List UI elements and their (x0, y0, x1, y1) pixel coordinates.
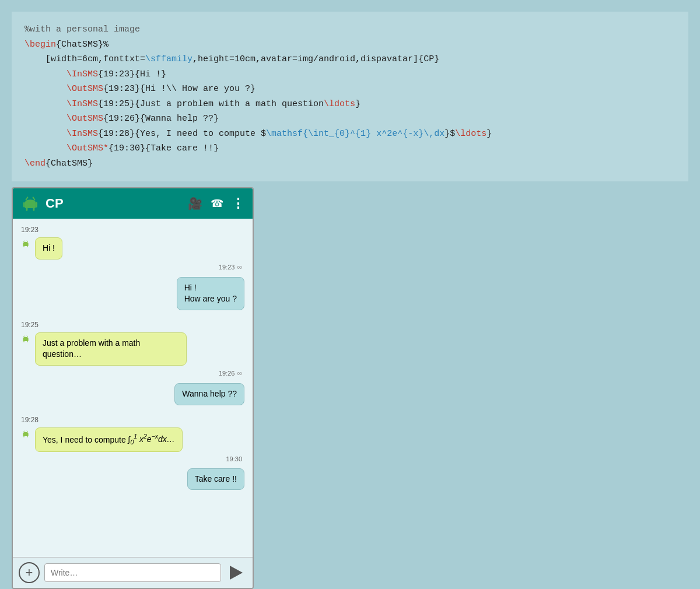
time-label-1923a: 19:23 (21, 226, 244, 234)
code-insms3-mathcmd: \mathsf{ (266, 129, 308, 139)
svg-line-3 (33, 197, 35, 199)
bubble-out-3: Take care !! (187, 468, 244, 490)
chat-header: CP 🎥 ☎ ⋮ (13, 188, 253, 219)
code-begin-cmd: \begin (24, 40, 56, 50)
code-outsms3-time: {19:30} (108, 143, 145, 153)
svg-line-11 (27, 336, 27, 337)
bubble-out-1: Hi !How are you ? (177, 277, 244, 310)
code-insms2-text-post: } (355, 99, 360, 109)
chat-header-icons: 🎥 ☎ ⋮ (188, 196, 244, 211)
chat-messages: 19:23 Hi ! 19:23 ∞ Hi !How are you ? (13, 219, 253, 557)
msg-row-outgoing-1: Hi !How are you ? (21, 277, 244, 310)
menu-icon[interactable]: ⋮ (232, 196, 244, 211)
msg-row-incoming-3: Yes, I need to compute ∫01 x2e−xdx… (21, 427, 244, 452)
code-outsms2-text: {Wanna help ??} (140, 114, 219, 124)
time-label-1925: 19:25 (21, 321, 244, 329)
code-insms2-ldots: \ldots (324, 99, 355, 109)
svg-line-7 (27, 241, 27, 242)
bubble-in-1: Hi ! (35, 237, 62, 260)
bubble-in-2: Just a problem with a math question… (35, 332, 187, 366)
chat-input-area: + (13, 557, 253, 588)
double-tick-outsms1: ∞ (237, 263, 242, 271)
avatar-3 (21, 427, 33, 439)
android-icon (21, 194, 40, 213)
code-sffamily: \sffamily (145, 54, 192, 64)
code-insms2-cmd: \InSMS (46, 99, 98, 109)
code-insms3-text-post: }$ (444, 129, 455, 139)
svg-line-2 (26, 197, 28, 199)
time-label-1928: 19:28 (21, 416, 244, 424)
send-button[interactable] (226, 562, 247, 583)
code-outsms1-cmd: \OutSMS (46, 84, 103, 94)
code-insms2-time: {19:25} (98, 99, 135, 109)
svg-line-15 (27, 431, 27, 432)
code-outsms3-text: {Take care !!} (145, 143, 219, 153)
double-tick-outsms2: ∞ (237, 369, 242, 377)
code-insms2-text-pre: {Just a problem with a math question (135, 99, 324, 109)
chat-container: CP 🎥 ☎ ⋮ 19:23 Hi ! 19:23 (12, 187, 254, 589)
code-end-arg: {ChatSMS} (46, 159, 93, 169)
code-outsms1-text: {Hi !\\ How are you ?} (140, 84, 256, 94)
code-insms3-math: \int_{0}^{1} x^2e^{-x}\,dx (308, 129, 444, 139)
msg-row-incoming-2: Just a problem with a math question… (21, 332, 244, 366)
chat-header-name: CP (46, 196, 182, 211)
code-comment: %with a personal image (24, 24, 140, 34)
bubble-out-2: Wanna help ?? (174, 383, 244, 405)
time-outsms1: 19:23 (219, 264, 235, 271)
msg-meta-outsms2: 19:26 ∞ (21, 369, 244, 377)
code-block: %with a personal image \begin{ChatSMS}% … (12, 12, 688, 181)
code-end-cmd: \end (24, 159, 46, 169)
video-call-icon[interactable]: 🎥 (188, 197, 202, 211)
code-outsms3-cmd: \OutSMS* (46, 143, 108, 153)
msg-row-outgoing-3: Take care !! (21, 468, 244, 490)
msg-meta-outsms3: 19:30 (21, 455, 244, 462)
send-icon (230, 566, 243, 580)
code-insms1-cmd: \InSMS (46, 69, 98, 79)
avatar-1 (21, 237, 33, 248)
code-outsms1-time: {19:23} (103, 84, 140, 94)
avatar-2 (21, 332, 33, 343)
math-formula: ∫01 x2e−xdx… (128, 434, 175, 444)
time-outsms3: 19:30 (226, 455, 242, 462)
phone-icon[interactable]: ☎ (211, 197, 223, 210)
add-button[interactable]: + (19, 562, 40, 583)
svg-line-10 (24, 336, 24, 337)
msg-meta-outsms1: 19:23 ∞ (21, 263, 244, 271)
code-insms3-ldots: \ldots (455, 129, 487, 139)
svg-line-6 (24, 241, 24, 242)
code-outsms2-cmd: \OutSMS (46, 114, 103, 124)
code-insms3-close: } (487, 129, 492, 139)
code-insms3-text-pre: {Yes, I need to compute $ (135, 129, 266, 139)
code-insms3-time: {19:28} (98, 129, 135, 139)
bubble-in-3: Yes, I need to compute ∫01 x2e−xdx… (35, 427, 183, 452)
code-outsms2-time: {19:26} (103, 114, 140, 124)
time-outsms2: 19:26 (219, 370, 235, 377)
code-begin-arg: {ChatSMS} (56, 40, 103, 50)
msg-row-incoming-1: Hi ! (21, 237, 244, 260)
code-insms1-text: {Hi !} (135, 69, 166, 79)
code-insms3-cmd: \InSMS (46, 129, 98, 139)
svg-line-14 (24, 431, 24, 432)
code-begin-suffix: % (103, 40, 108, 50)
code-insms1-time: {19:23} (98, 69, 135, 79)
msg-row-outgoing-2: Wanna help ?? (21, 383, 244, 405)
message-input[interactable] (44, 563, 221, 582)
